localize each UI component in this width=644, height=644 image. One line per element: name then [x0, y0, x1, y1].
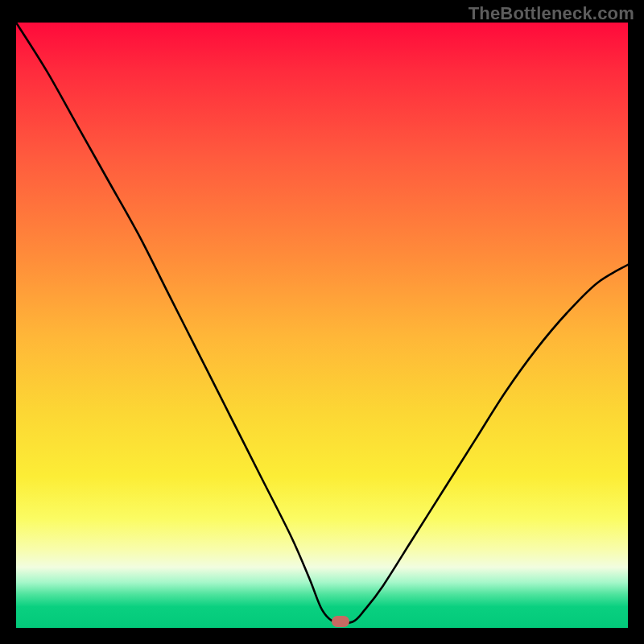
chart-frame: TheBottleneck.com	[0, 0, 644, 644]
watermark-text: TheBottleneck.com	[469, 3, 634, 24]
minimum-marker	[332, 616, 349, 627]
curve-path	[16, 23, 628, 623]
bottleneck-curve	[16, 23, 628, 628]
plot-area	[16, 23, 628, 628]
